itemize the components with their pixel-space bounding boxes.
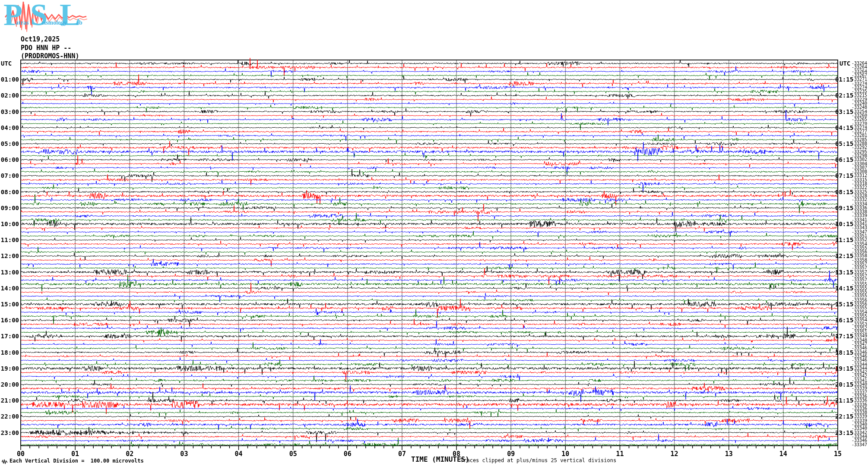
left-time-label: 13:00 — [0, 269, 19, 275]
right-time-label: 21:15 — [835, 397, 853, 403]
vertical-scale-note: Each Vertical Division = 100.00 microvol… — [10, 458, 144, 463]
right-time-label: 14:15 — [835, 285, 853, 291]
left-time-label: 15:00 — [0, 301, 19, 307]
left-time-label: 09:00 — [0, 205, 19, 211]
left-time-label: 23:00 — [0, 430, 19, 436]
x-tick-label: 05 — [288, 451, 299, 457]
x-tick-label: 03 — [178, 451, 190, 457]
right-time-label: 12:15 — [835, 253, 853, 259]
left-time-label: 20:00 — [0, 381, 19, 387]
right-time-label: 03:15 — [835, 109, 853, 115]
logo-word-atras: atras — [16, 20, 29, 26]
x-tick-label: 02 — [124, 451, 135, 457]
x-tick-label: 01 — [70, 451, 81, 457]
trace-end-value: -33347 — [852, 443, 867, 447]
left-time-label: 06:00 — [0, 157, 19, 163]
right-time-label: 01:15 — [835, 76, 853, 82]
left-time-label: 22:00 — [0, 413, 19, 419]
right-time-label: 23:15 — [835, 430, 853, 436]
right-time-label: 22:15 — [835, 413, 853, 419]
left-time-label: 17:00 — [0, 333, 19, 339]
right-time-label: 05:15 — [835, 141, 853, 147]
x-tick-label: 04 — [233, 451, 244, 457]
left-time-label: 10:00 — [0, 221, 19, 227]
right-time-label: 07:15 — [835, 173, 853, 179]
left-time-label: 21:00 — [0, 397, 19, 403]
left-time-label: 07:00 — [0, 173, 19, 179]
left-time-label: 16:00 — [0, 317, 19, 323]
logo-word-ab: ab — [76, 20, 82, 26]
right-time-label: 10:15 — [835, 221, 853, 227]
left-time-label: 19:00 — [0, 365, 19, 372]
right-time-label: 11:15 — [835, 237, 853, 243]
left-time-label: 03:00 — [0, 109, 19, 115]
helicorder-canvas — [0, 0, 868, 466]
right-time-label: 08:15 — [835, 189, 853, 195]
right-time-label: 06:15 — [835, 157, 853, 163]
logo-word-eismology: eismology — [41, 20, 67, 26]
record-date: Oct19,2025 — [21, 36, 60, 43]
x-tick-label: 10 — [560, 451, 571, 457]
left-time-label: 04:00 — [0, 125, 19, 131]
mini-seismogram-icon — [2, 459, 8, 464]
left-time-label: 12:00 — [0, 253, 19, 259]
x-tick-label: 14 — [778, 451, 789, 457]
utc-label-right: UTC — [839, 60, 850, 66]
station-name: (PRODROMOS-HNN) — [21, 53, 79, 60]
clip-note: Traces clipped at plus/minus 25 vertical… — [460, 458, 616, 463]
right-time-label: 15:15 — [835, 301, 853, 307]
x-tick-label: 00 — [15, 451, 26, 457]
right-time-label: 02:15 — [835, 92, 853, 98]
right-time-label: 17:15 — [835, 333, 853, 339]
right-time-label: 09:15 — [835, 205, 853, 211]
right-time-label: 18:15 — [835, 350, 853, 356]
x-tick-label: 06 — [342, 451, 353, 457]
right-time-label: 20:15 — [835, 381, 853, 387]
x-tick-label: 11 — [614, 451, 625, 457]
psl-logo[interactable]: P S L atras eismology ab — [3, 0, 89, 34]
left-time-label: 14:00 — [0, 285, 19, 291]
right-time-label: 16:15 — [835, 317, 853, 323]
right-time-label: 04:15 — [835, 125, 853, 131]
left-time-label: 05:00 — [0, 141, 19, 147]
left-time-label: 08:00 — [0, 189, 19, 195]
webicorder-page: P S L atras eismology ab Oct19,2025 PDO … — [0, 0, 868, 466]
x-tick-label: 15 — [832, 451, 843, 457]
x-tick-label: 09 — [505, 451, 516, 457]
right-time-label: 13:15 — [835, 269, 853, 275]
x-tick-label: 12 — [669, 451, 680, 457]
x-tick-label: 13 — [723, 451, 735, 457]
left-time-label: 02:00 — [0, 92, 19, 98]
utc-label-left: UTC — [1, 60, 12, 66]
left-time-label: 18:00 — [0, 350, 19, 356]
left-time-label: 01:00 — [0, 76, 19, 82]
x-tick-label: 07 — [396, 451, 408, 457]
right-time-label: 19:15 — [835, 365, 853, 372]
station-code: PDO HNN HP -- — [21, 45, 71, 51]
left-time-label: 11:00 — [0, 237, 19, 243]
